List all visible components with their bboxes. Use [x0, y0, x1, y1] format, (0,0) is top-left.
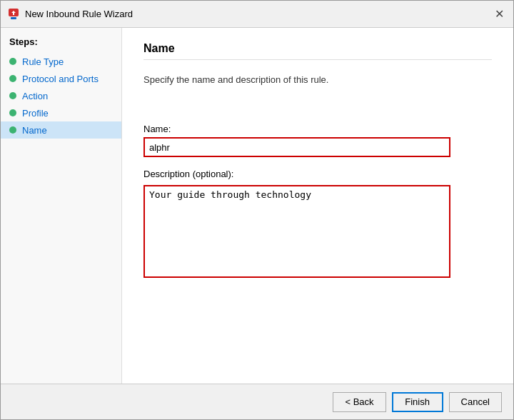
sidebar-item-protocol-ports[interactable]: Protocol and Ports: [1, 70, 121, 87]
sidebar-label-action: Action: [22, 91, 48, 101]
description-textarea[interactable]: Your guide through technology: [143, 185, 450, 278]
step-dot-rule-type: [9, 58, 16, 65]
back-button[interactable]: < Back: [333, 392, 386, 412]
step-dot-name: [9, 126, 16, 134]
name-input[interactable]: [143, 137, 450, 157]
steps-label: Steps:: [1, 36, 121, 53]
svg-rect-2: [11, 17, 16, 19]
cancel-button[interactable]: Cancel: [449, 392, 502, 412]
page-subtitle: Specify the name and description of this…: [143, 74, 492, 85]
main-panel: Name Specify the name and description of…: [122, 28, 513, 384]
step-dot-action: [9, 92, 16, 99]
dialog-window: New Inbound Rule Wizard ✕ Steps: Rule Ty…: [0, 0, 514, 420]
sidebar-item-action[interactable]: Action: [1, 87, 121, 104]
sidebar-label-rule-type: Rule Type: [22, 56, 64, 67]
app-icon: [6, 7, 21, 21]
sidebar-label-name: Name: [22, 125, 47, 136]
sidebar: Steps: Rule Type Protocol and Ports Acti…: [1, 28, 122, 384]
content-area: Steps: Rule Type Protocol and Ports Acti…: [1, 28, 513, 384]
finish-button[interactable]: Finish: [392, 392, 443, 412]
name-label: Name:: [143, 124, 492, 134]
description-label: Description (optional):: [143, 169, 492, 179]
sidebar-item-name[interactable]: Name: [1, 121, 121, 139]
title-bar-text: New Inbound Rule Wizard: [25, 9, 490, 19]
footer: < Back Finish Cancel: [1, 384, 513, 419]
step-dot-protocol-ports: [9, 75, 16, 82]
step-dot-profile: [9, 109, 16, 116]
separator: [143, 59, 492, 60]
close-button[interactable]: ✕: [490, 6, 508, 23]
page-title: Name: [143, 42, 492, 55]
title-bar: New Inbound Rule Wizard ✕: [1, 1, 513, 28]
form-section: Name: Description (optional): Your guide…: [143, 124, 492, 280]
spacer: [143, 280, 492, 369]
sidebar-label-protocol-ports: Protocol and Ports: [22, 74, 99, 84]
sidebar-item-profile[interactable]: Profile: [1, 104, 121, 121]
sidebar-item-rule-type[interactable]: Rule Type: [1, 53, 121, 70]
sidebar-label-profile: Profile: [22, 108, 49, 119]
